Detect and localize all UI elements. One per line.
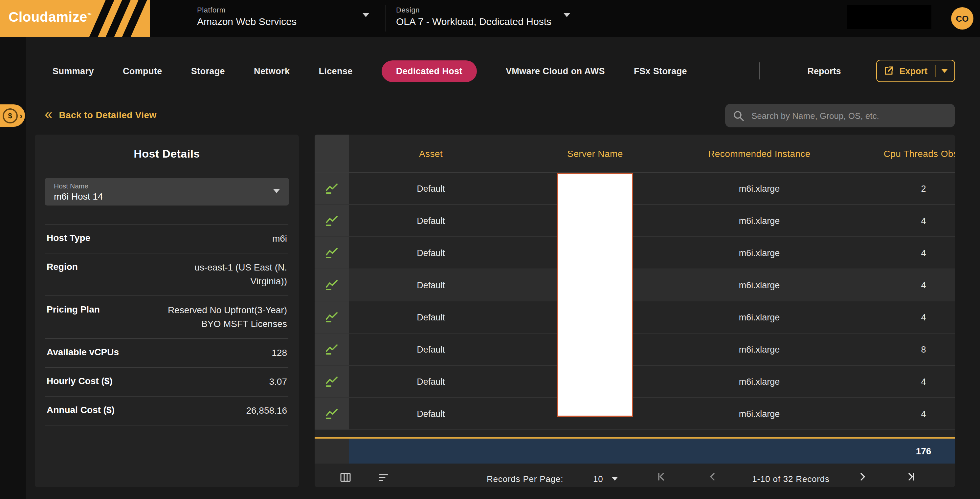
host-name-select[interactable]: Host Name m6i Host 14 xyxy=(45,178,289,205)
design-select[interactable]: Design OLA 7 - Workload, Dedicated Hosts xyxy=(396,6,551,32)
total-cpu-threads: 176 xyxy=(842,439,955,464)
column-settings-icon[interactable] xyxy=(340,471,352,486)
previous-page-button[interactable] xyxy=(707,471,718,485)
asset-cell: Default xyxy=(349,269,513,301)
first-page-button[interactable] xyxy=(656,471,667,485)
table-header-row: Asset Server Name Recommended Instance C… xyxy=(315,135,955,173)
last-page-button[interactable] xyxy=(906,471,916,485)
chart-icon[interactable] xyxy=(315,301,349,333)
trademark-symbol: ™ xyxy=(88,13,92,17)
table-row[interactable]: Default m6i.xlarge 4 xyxy=(315,398,955,430)
top-header: Cloudamize™ Platform Amazon Web Services… xyxy=(0,0,980,37)
platform-select[interactable]: Platform Amazon Web Services xyxy=(197,6,297,32)
chart-icon[interactable] xyxy=(315,205,349,236)
cloudamize-logo[interactable]: Cloudamize™ xyxy=(0,0,150,37)
platform-value: Amazon Web Services xyxy=(197,16,297,27)
tab-storage[interactable]: Storage xyxy=(191,66,225,76)
table-row[interactable]: Default m6i.xlarge 8 xyxy=(315,334,955,366)
host-detail-host-type: Host Type m6i xyxy=(45,224,288,253)
header-divider xyxy=(385,5,386,32)
nav-tabs: SummaryComputeStorageNetworkLicenseDedic… xyxy=(52,55,955,87)
export-button[interactable]: Export xyxy=(876,60,955,82)
cpu-threads-cell: 2 xyxy=(842,173,955,204)
host-detail-region: Region us-east-1 (US East (N. Virginia)) xyxy=(45,253,288,296)
column-header-cpu-threads[interactable]: Cpu Threads Obse xyxy=(842,135,955,172)
tab-reports[interactable]: Reports xyxy=(807,66,841,76)
platform-label: Platform xyxy=(197,6,297,14)
back-to-detailed-view-link[interactable]: « Back to Detailed View xyxy=(45,109,157,121)
search-bar[interactable] xyxy=(725,104,955,127)
table-row[interactable]: Default m6i.xlarge 4 xyxy=(315,269,955,301)
total-instance-cell xyxy=(677,439,842,464)
tab-vmware-cloud-on-aws[interactable]: VMware Cloud on AWS xyxy=(506,66,605,76)
tab-summary[interactable]: Summary xyxy=(52,66,94,76)
design-label: Design xyxy=(396,6,551,14)
dedicated-host-table-card: Asset Server Name Recommended Instance C… xyxy=(315,135,955,487)
tab-fsx-storage[interactable]: FSx Storage xyxy=(634,66,687,76)
recommended-instance-cell: m6i.xlarge xyxy=(677,237,842,269)
chart-icon[interactable] xyxy=(315,237,349,269)
search-icon xyxy=(733,110,744,121)
asset-cell: Default xyxy=(349,301,513,333)
asset-cell: Default xyxy=(349,398,513,429)
chart-icon[interactable] xyxy=(315,173,349,204)
table-row[interactable]: Default m6i.xlarge 4 xyxy=(315,301,955,334)
column-header-recommended-instance[interactable]: Recommended Instance xyxy=(677,135,842,172)
recommended-instance-cell: m6i.xlarge xyxy=(677,398,842,429)
cpu-threads-cell: 4 xyxy=(842,205,955,236)
table-row[interactable]: Default m6i.xlarge 4 xyxy=(315,237,955,269)
double-chevron-left-icon: « xyxy=(45,107,52,121)
tab-compute[interactable]: Compute xyxy=(123,66,162,76)
table-row[interactable]: Default m6i.xlarge 2 xyxy=(315,173,955,205)
column-header-server-name[interactable]: Server Name xyxy=(513,135,677,172)
records-per-page-caret-icon[interactable] xyxy=(611,477,618,481)
cost-panel-toggle[interactable]: $ › xyxy=(0,104,25,127)
cpu-threads-cell: 8 xyxy=(842,334,955,365)
export-label: Export xyxy=(899,66,928,76)
table-total-row: 176 xyxy=(315,437,955,464)
server-name-redaction-overlay xyxy=(557,173,633,417)
records-per-page-value[interactable]: 10 xyxy=(593,474,603,484)
host-details-card: Host Details Host Name m6i Host 14 Host … xyxy=(35,135,299,487)
user-avatar[interactable]: CO xyxy=(951,7,974,30)
redacted-header-box xyxy=(847,5,931,29)
host-details-title: Host Details xyxy=(35,135,299,161)
total-row-icon-cell xyxy=(315,439,349,464)
chart-icon[interactable] xyxy=(315,334,349,365)
export-caret-icon[interactable] xyxy=(941,69,948,73)
recommended-instance-cell: m6i.xlarge xyxy=(677,301,842,333)
chart-icon[interactable] xyxy=(315,269,349,301)
tab-network[interactable]: Network xyxy=(254,66,290,76)
wrap-text-icon[interactable] xyxy=(378,471,390,486)
table-row[interactable]: Default m6i.xlarge 4 xyxy=(315,366,955,398)
asset-cell: Default xyxy=(349,334,513,365)
design-value: OLA 7 - Workload, Dedicated Hosts xyxy=(396,16,551,27)
nav-divider xyxy=(759,62,760,79)
platform-caret-icon[interactable] xyxy=(363,13,369,17)
host-detail-pricing-plan: Pricing Plan Reserved No Upfront(3-Year)… xyxy=(45,296,288,338)
recommended-instance-cell: m6i.xlarge xyxy=(677,366,842,397)
pagination-range-label: 1-10 of 32 Records xyxy=(736,474,845,484)
tab-dedicated-host[interactable]: Dedicated Host xyxy=(382,60,477,82)
host-name-label: Host Name xyxy=(54,182,280,190)
brand-name: Cloudamize™ xyxy=(8,9,92,25)
app-root: Cloudamize™ Platform Amazon Web Services… xyxy=(0,0,980,499)
cpu-threads-cell: 4 xyxy=(842,237,955,269)
asset-cell: Default xyxy=(349,173,513,204)
table-row[interactable]: Default m6i.xlarge 4 xyxy=(315,205,955,237)
design-caret-icon[interactable] xyxy=(563,13,570,17)
cpu-threads-cell: 4 xyxy=(842,269,955,301)
search-input[interactable] xyxy=(750,110,947,121)
export-split-divider xyxy=(935,65,936,77)
tab-license[interactable]: License xyxy=(318,66,352,76)
asset-cell: Default xyxy=(349,366,513,397)
column-header-asset[interactable]: Asset xyxy=(349,135,513,172)
chart-icon[interactable] xyxy=(315,366,349,397)
table-header-icon-cell xyxy=(315,135,349,172)
back-link-label: Back to Detailed View xyxy=(59,110,156,120)
next-page-button[interactable] xyxy=(857,471,868,485)
records-per-page-label: Records Per Page: xyxy=(487,474,563,484)
recommended-instance-cell: m6i.xlarge xyxy=(677,334,842,365)
chevron-right-icon: › xyxy=(20,111,23,120)
chart-icon[interactable] xyxy=(315,398,349,429)
